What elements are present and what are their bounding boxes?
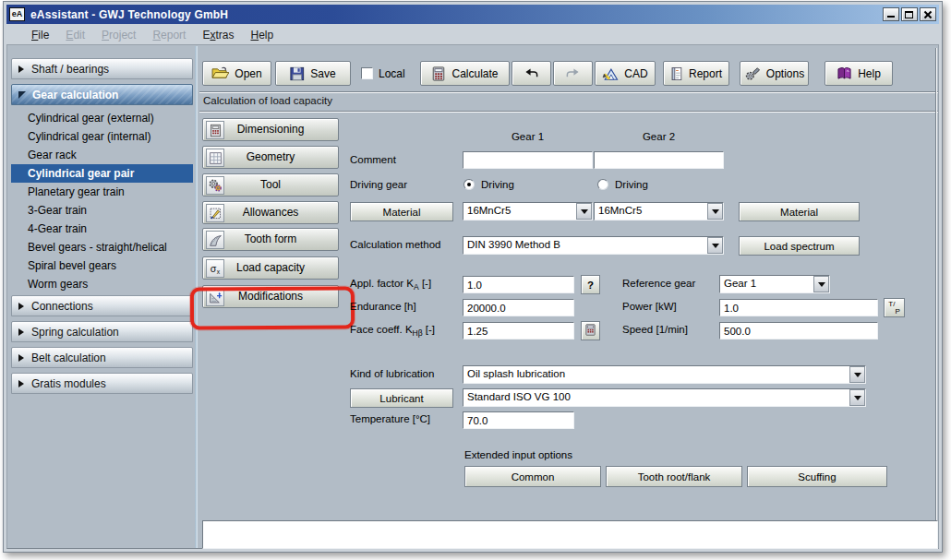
workspace: Shaft / bearings Gear calculation Cylind…	[6, 44, 939, 549]
app-icon: eA	[9, 7, 25, 21]
calculate-button[interactable]: Calculate	[420, 61, 510, 86]
sidebar-item-bevel-gears[interactable]: Bevel gears - straight/helical	[11, 238, 193, 256]
dropdown-arrow-icon[interactable]	[849, 389, 865, 406]
gear1-column-header: Gear 1	[463, 131, 593, 142]
local-checkbox-group[interactable]: Local	[361, 61, 405, 86]
dropdown-arrow-icon[interactable]	[813, 276, 829, 292]
sidebar-item-worm-gears[interactable]: Worm gears	[11, 275, 193, 293]
endurance-input[interactable]	[463, 299, 574, 316]
status-text: Calculation of load capacity	[203, 95, 332, 106]
gear-tooth-icon	[206, 231, 224, 249]
module-tool-button[interactable]: Tool	[202, 173, 339, 197]
menu-edit[interactable]: Edit	[57, 27, 93, 43]
application-factor-label: Appl. factor KA [-]	[350, 278, 431, 292]
redo-arrow-icon	[564, 67, 582, 79]
cad-button[interactable]: CAD	[595, 61, 656, 86]
comment-gear1-input[interactable]	[463, 151, 593, 169]
dropdown-arrow-icon[interactable]	[707, 203, 723, 220]
menu-report[interactable]: Report	[144, 27, 194, 43]
title-bar[interactable]: eA eAssistant - GWJ Technology GmbH	[6, 5, 939, 24]
lubricant-dropdown[interactable]: Standard ISO VG 100	[463, 388, 866, 407]
temperature-input[interactable]	[463, 411, 574, 429]
speed-label: Speed [1/min]	[622, 324, 688, 335]
sidebar-item-spiral-bevel-gears[interactable]: Spiral bevel gears	[11, 256, 193, 275]
material-gear2-dropdown[interactable]: 16MnCr5	[594, 202, 724, 220]
open-folder-icon	[211, 66, 229, 80]
sidebar-item-planetary-gear-train[interactable]: Planetary gear train	[11, 183, 193, 201]
undo-button[interactable]	[512, 61, 551, 86]
module-geometry-button[interactable]: Geometry	[202, 146, 339, 169]
material-gear1-button[interactable]: Material	[350, 202, 453, 221]
power-input[interactable]	[719, 299, 878, 316]
module-tooth-form-button[interactable]: Tooth form	[202, 228, 339, 251]
load-spectrum-button[interactable]: Load spectrum	[739, 236, 860, 256]
calculator-icon	[431, 66, 446, 81]
maximize-button[interactable]	[901, 7, 918, 21]
application-factor-input[interactable]	[463, 276, 574, 293]
close-button[interactable]	[920, 7, 936, 21]
sidebar-group-gear-calculation[interactable]: Gear calculation	[11, 84, 193, 105]
local-checkbox[interactable]	[361, 67, 373, 79]
sidebar-item-3-gear-train[interactable]: 3-Gear train	[11, 201, 193, 220]
face-coefficient-calculator-button[interactable]	[581, 321, 600, 340]
module-load-capacity-button[interactable]: σx Load capacity	[202, 256, 339, 280]
speed-input[interactable]	[719, 322, 878, 340]
menu-file[interactable]: File	[23, 27, 57, 43]
minimize-button[interactable]	[883, 7, 899, 21]
chevron-right-icon	[18, 328, 24, 336]
sidebar-group-belt-calculation[interactable]: Belt calculation	[11, 347, 193, 368]
dropdown-arrow-icon[interactable]	[576, 203, 592, 220]
redo-button[interactable]	[553, 61, 593, 86]
sidebar-item-4-gear-train[interactable]: 4-Gear train	[11, 220, 193, 238]
face-coefficient-input[interactable]	[463, 322, 574, 340]
sidebar-group-shaft-bearings[interactable]: Shaft / bearings	[11, 58, 193, 79]
sidebar-group-spring-calculation[interactable]: Spring calculation	[11, 321, 193, 342]
menu-extras[interactable]: Extras	[194, 27, 242, 43]
calculator-icon	[206, 121, 224, 139]
screenshot-stage: eA eAssistant - GWJ Technology GmbH File…	[0, 0, 951, 560]
sidebar-item-cylindrical-gear-pair[interactable]: Cylindrical gear pair	[11, 164, 193, 183]
comment-gear2-input[interactable]	[594, 151, 724, 169]
calculation-method-dropdown[interactable]: DIN 3990 Method B	[463, 236, 724, 255]
sidebar-group-gratis-modules[interactable]: Gratis modules	[11, 373, 193, 394]
result-text-area[interactable]	[202, 520, 938, 549]
maximize-icon	[905, 11, 913, 18]
extended-tooth-root-flank-button[interactable]: Tooth root/flank	[606, 466, 742, 487]
book-icon	[837, 66, 852, 80]
chevron-right-icon	[18, 354, 24, 362]
open-button[interactable]: Open	[202, 61, 271, 86]
driving-gear1-radio[interactable]	[463, 179, 475, 190]
chevron-right-icon	[18, 380, 24, 387]
menu-help[interactable]: Help	[242, 27, 282, 43]
calculator-icon	[584, 327, 596, 338]
sidebar-item-cylindrical-gear-internal[interactable]: Cylindrical gear (internal)	[11, 127, 193, 146]
lubrication-kind-dropdown[interactable]: Oil splash lubrication	[463, 365, 866, 384]
lubricant-button[interactable]: Lubricant	[350, 388, 453, 408]
extended-common-button[interactable]: Common	[464, 466, 601, 487]
options-button[interactable]: Options	[740, 61, 809, 86]
menu-project[interactable]: Project	[93, 27, 144, 43]
module-allowances-button[interactable]: Allowances	[202, 201, 339, 224]
svg-text:σ: σ	[211, 263, 217, 274]
torque-power-toggle-button[interactable]: T/P	[884, 298, 905, 317]
driving-gear2-radio[interactable]	[597, 179, 608, 190]
reference-gear-dropdown[interactable]: Gear 1	[719, 275, 830, 293]
sidebar-item-gear-rack[interactable]: Gear rack	[11, 146, 193, 164]
dropdown-arrow-icon[interactable]	[849, 366, 865, 383]
sidebar-group-connections[interactable]: Connections	[11, 295, 193, 316]
endurance-label: Endurance [h]	[350, 301, 416, 312]
material-gear1-dropdown[interactable]: 16MnCr5	[463, 202, 593, 220]
material-gear2-button[interactable]: Material	[739, 202, 860, 221]
save-button[interactable]: Save	[275, 61, 351, 86]
window-title: eAssistant - GWJ Technology GmbH	[30, 8, 228, 21]
sidebar-item-cylindrical-gear-external[interactable]: Cylindrical gear (external)	[11, 109, 193, 127]
report-button[interactable]: Report	[663, 61, 729, 86]
module-dimensioning-button[interactable]: Dimensioning	[202, 118, 339, 141]
application-factor-help-button[interactable]: ?	[581, 275, 600, 294]
dropdown-arrow-icon[interactable]	[707, 237, 723, 254]
svg-text:x: x	[217, 268, 221, 275]
module-modifications-button[interactable]: Modifications	[202, 285, 339, 308]
extended-scuffing-button[interactable]: Scuffing	[747, 466, 887, 487]
comment-label: Comment	[350, 154, 396, 165]
help-button[interactable]: Help	[825, 61, 893, 86]
